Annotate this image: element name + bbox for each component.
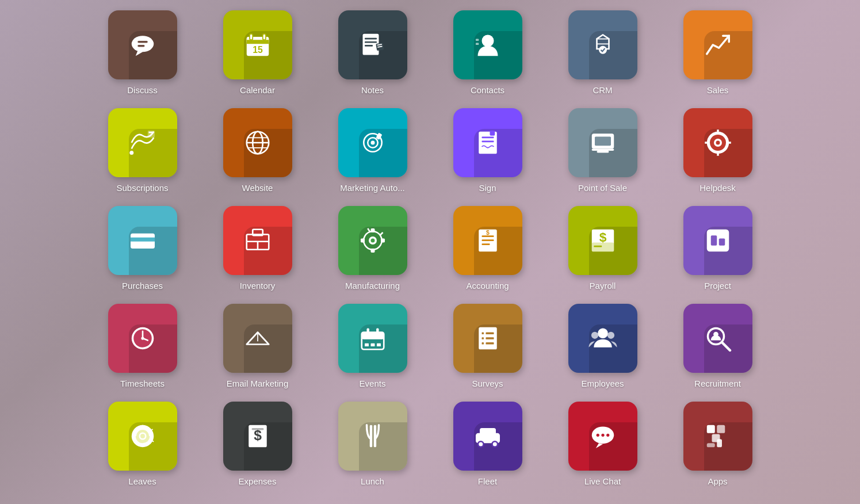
svg-rect-111: [251, 428, 263, 430]
app-label-inventory: Inventory: [240, 281, 276, 291]
svg-rect-63: [481, 235, 494, 237]
svg-rect-91: [481, 333, 484, 335]
svg-point-99: [607, 332, 614, 339]
app-item-sales[interactable]: Sales: [669, 10, 767, 102]
svg-point-117: [479, 442, 483, 446]
svg-line-101: [722, 342, 730, 350]
svg-rect-40: [591, 149, 614, 151]
svg-rect-70: [594, 246, 602, 247]
app-item-fleet[interactable]: Fleet: [439, 402, 537, 494]
svg-rect-85: [366, 329, 369, 335]
app-item-crm[interactable]: CRM: [554, 10, 652, 102]
svg-text:$: $: [486, 229, 490, 236]
app-item-pos[interactable]: Point of Sale: [554, 108, 652, 200]
svg-point-97: [598, 329, 608, 339]
app-item-sign[interactable]: Sign: [439, 108, 537, 200]
app-label-website: Website: [242, 183, 273, 193]
app-item-purchases[interactable]: Purchases: [94, 206, 192, 298]
app-icon-expenses: $: [223, 402, 292, 471]
app-label-pos: Point of Sale: [578, 183, 627, 193]
app-item-marketing[interactable]: Marketing Auto...: [324, 108, 422, 200]
app-item-project[interactable]: Project: [669, 206, 767, 298]
svg-rect-96: [486, 342, 494, 345]
app-item-events[interactable]: Events: [324, 304, 422, 396]
app-icon-purchases: [108, 206, 177, 275]
svg-rect-126: [717, 425, 725, 433]
svg-point-98: [591, 332, 598, 339]
svg-rect-2: [137, 41, 148, 43]
app-label-timesheets: Timesheets: [120, 379, 165, 388]
svg-rect-51: [133, 243, 140, 245]
app-icon-fleet: [453, 402, 522, 471]
svg-rect-94: [486, 337, 494, 339]
svg-rect-93: [481, 337, 484, 339]
app-label-contacts: Contacts: [471, 85, 504, 95]
app-item-discuss[interactable]: Discuss: [94, 10, 192, 102]
app-item-apps[interactable]: Apps: [669, 402, 767, 494]
app-item-leaves[interactable]: Leaves: [94, 402, 192, 494]
app-icon-emailmarketing: [223, 304, 292, 373]
svg-text:15: 15: [253, 45, 263, 55]
app-label-lunch: Lunch: [361, 476, 384, 486]
svg-rect-18: [476, 39, 479, 41]
svg-rect-72: [710, 235, 717, 246]
app-label-recruitment: Recruitment: [694, 379, 741, 388]
svg-rect-64: [481, 239, 494, 241]
app-icon-discuss: [108, 10, 177, 79]
app-item-subscriptions[interactable]: Subscriptions: [94, 108, 192, 200]
app-item-manufacturing[interactable]: Manufacturing: [324, 206, 422, 298]
app-label-surveys: Surveys: [472, 379, 503, 388]
svg-rect-113: [373, 425, 376, 448]
app-icon-inventory: [223, 206, 292, 275]
app-icon-contacts: [453, 10, 522, 79]
app-item-calendar[interactable]: 15Calendar: [209, 10, 307, 102]
svg-rect-92: [486, 333, 494, 335]
app-item-contacts[interactable]: Contacts: [439, 10, 537, 102]
app-item-website[interactable]: Website: [209, 108, 307, 200]
app-label-helpdesk: Helpdesk: [700, 183, 736, 193]
svg-rect-71: [706, 230, 729, 252]
app-label-purchases: Purchases: [122, 281, 163, 291]
app-item-livechat[interactable]: Live Chat: [554, 402, 652, 494]
app-icon-sign: [453, 108, 522, 177]
app-item-inventory[interactable]: Inventory: [209, 206, 307, 298]
app-label-employees: Employees: [581, 379, 624, 388]
svg-rect-50: [131, 238, 155, 242]
app-label-leaves: Leaves: [128, 476, 156, 486]
app-item-timesheets[interactable]: Timesheets: [94, 304, 192, 396]
app-item-helpdesk[interactable]: Helpdesk: [669, 108, 767, 200]
app-item-accounting[interactable]: $Accounting: [439, 206, 537, 298]
svg-rect-34: [481, 137, 494, 139]
app-item-surveys[interactable]: Surveys: [439, 304, 537, 396]
app-grid: Discuss15CalendarNotesContactsCRMSalesSu…: [82, 0, 778, 504]
svg-rect-112: [369, 425, 372, 448]
app-item-employees[interactable]: Employees: [554, 304, 652, 396]
app-item-recruitment[interactable]: Recruitment: [669, 304, 767, 396]
svg-line-80: [246, 333, 257, 345]
app-item-payroll[interactable]: $Payroll: [554, 206, 652, 298]
app-label-fleet: Fleet: [478, 476, 497, 486]
app-label-events: Events: [360, 379, 386, 388]
svg-point-122: [596, 434, 599, 437]
app-icon-timesheets: [108, 304, 177, 373]
svg-rect-125: [706, 425, 714, 433]
app-icon-manufacturing: [338, 206, 407, 275]
app-item-lunch[interactable]: Lunch: [324, 402, 422, 494]
app-item-notes[interactable]: Notes: [324, 10, 422, 102]
svg-point-119: [492, 442, 496, 446]
app-icon-subscriptions: [108, 108, 177, 177]
app-icon-crm: [568, 10, 637, 79]
app-icon-marketing: [338, 108, 407, 177]
app-label-project: Project: [704, 281, 731, 291]
app-item-emailmarketing[interactable]: Email Marketing: [209, 304, 307, 396]
app-label-emailmarketing: Email Marketing: [227, 379, 289, 388]
app-icon-project: [683, 206, 752, 275]
app-icon-leaves: [108, 402, 177, 471]
app-icon-payroll: $: [568, 206, 637, 275]
app-label-notes: Notes: [361, 85, 384, 95]
svg-point-31: [370, 141, 374, 145]
app-label-manufacturing: Manufacturing: [345, 281, 400, 291]
app-icon-calendar: 15: [223, 10, 292, 79]
svg-rect-19: [476, 43, 479, 45]
app-item-expenses[interactable]: $Expenses: [209, 402, 307, 494]
